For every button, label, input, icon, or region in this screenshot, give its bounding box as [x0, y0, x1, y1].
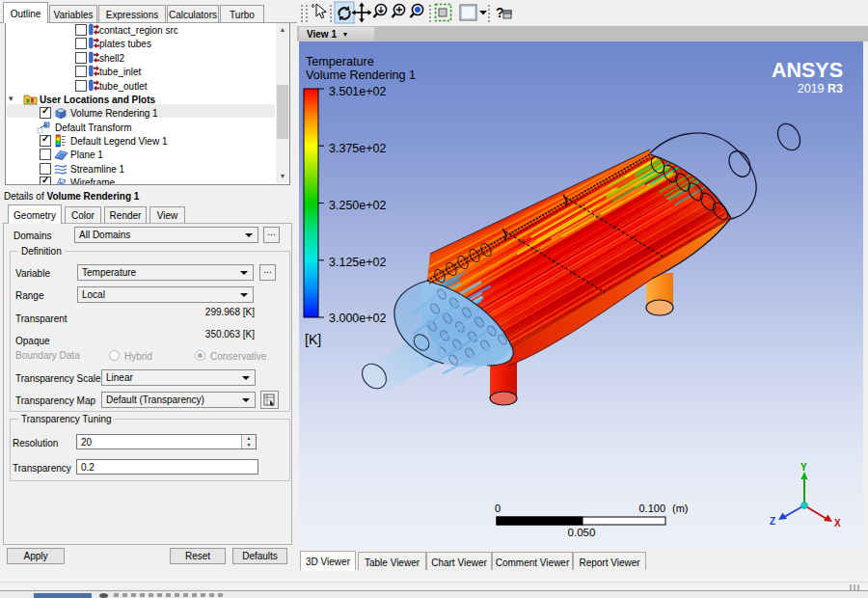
svg-text:Y: Y	[800, 462, 807, 473]
svg-text:X: X	[834, 518, 841, 529]
svg-text:ANSYS: ANSYS	[772, 59, 843, 82]
svg-text:3.000e+02: 3.000e+02	[329, 312, 386, 325]
svg-text:0.100: 0.100	[638, 503, 665, 514]
svg-text:3.375e+02: 3.375e+02	[329, 142, 386, 155]
svg-text:0.050: 0.050	[568, 527, 596, 538]
svg-text:[K]: [K]	[305, 332, 321, 347]
svg-text:3.250e+02: 3.250e+02	[329, 199, 386, 212]
svg-text:?: ?	[496, 5, 504, 20]
svg-text:3.501e+02: 3.501e+02	[329, 85, 386, 98]
svg-text:(m): (m)	[672, 503, 689, 514]
svg-text:3.125e+02: 3.125e+02	[329, 256, 386, 269]
svg-text:Volume Rendering 1: Volume Rendering 1	[306, 68, 416, 82]
svg-text:Temperature: Temperature	[306, 55, 374, 68]
svg-text:2019 R3: 2019 R3	[798, 82, 843, 95]
svg-text:Z: Z	[770, 516, 775, 527]
svg-text:0: 0	[495, 503, 501, 514]
